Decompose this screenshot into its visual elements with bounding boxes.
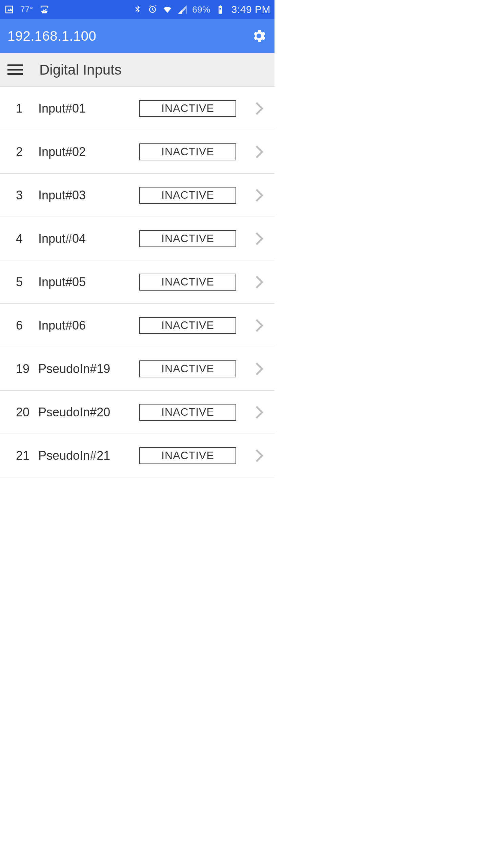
input-row[interactable]: 21 PseudoIn#21 INACTIVE bbox=[0, 434, 274, 477]
chevron-right-icon bbox=[255, 145, 266, 159]
section-title: Digital Inputs bbox=[39, 62, 122, 78]
row-status: INACTIVE bbox=[139, 404, 236, 421]
row-status: INACTIVE bbox=[139, 447, 236, 464]
chevron-right-icon bbox=[255, 449, 266, 463]
row-name: PseudoIn#20 bbox=[38, 405, 139, 419]
hamburger-icon bbox=[7, 64, 23, 66]
row-number: 21 bbox=[16, 449, 38, 463]
row-name: Input#05 bbox=[38, 275, 139, 289]
input-row[interactable]: 2 Input#02 INACTIVE bbox=[0, 130, 274, 174]
row-name: Input#06 bbox=[38, 318, 139, 333]
row-status: INACTIVE bbox=[139, 143, 236, 160]
alarm-icon bbox=[147, 4, 158, 15]
row-number: 5 bbox=[16, 275, 38, 289]
row-name: Input#01 bbox=[38, 101, 139, 116]
gear-icon bbox=[251, 28, 267, 44]
image-icon bbox=[4, 4, 14, 15]
row-status: INACTIVE bbox=[139, 100, 236, 117]
row-status: INACTIVE bbox=[139, 317, 236, 334]
input-row[interactable]: 20 PseudoIn#20 INACTIVE bbox=[0, 391, 274, 434]
row-number: 19 bbox=[16, 362, 38, 376]
status-bar: 77° 69% 3:49 PM bbox=[0, 0, 274, 19]
clock-time: 3:49 PM bbox=[231, 4, 270, 15]
row-status: INACTIVE bbox=[139, 274, 236, 291]
row-name: Input#03 bbox=[38, 188, 139, 202]
row-name: PseudoIn#21 bbox=[38, 449, 139, 463]
input-list: 1 Input#01 INACTIVE 2 Input#02 INACTIVE … bbox=[0, 87, 274, 477]
temperature-value: 77° bbox=[20, 5, 33, 14]
input-row[interactable]: 19 PseudoIn#19 INACTIVE bbox=[0, 347, 274, 391]
input-row[interactable]: 1 Input#01 INACTIVE bbox=[0, 87, 274, 130]
chevron-right-icon bbox=[255, 232, 266, 246]
row-number: 6 bbox=[16, 318, 38, 333]
chevron-right-icon bbox=[255, 318, 266, 333]
row-number: 2 bbox=[16, 145, 38, 159]
wifi-icon bbox=[162, 4, 172, 15]
row-name: Input#04 bbox=[38, 232, 139, 246]
app-bar: 192.168.1.100 bbox=[0, 19, 274, 53]
row-status: INACTIVE bbox=[139, 230, 236, 247]
row-status: INACTIVE bbox=[139, 187, 236, 204]
input-row[interactable]: 5 Input#05 INACTIVE bbox=[0, 260, 274, 304]
input-row[interactable]: 3 Input#03 INACTIVE bbox=[0, 174, 274, 217]
row-number: 1 bbox=[16, 101, 38, 116]
section-bar: Digital Inputs bbox=[0, 53, 274, 87]
input-row[interactable]: 6 Input#06 INACTIVE bbox=[0, 304, 274, 347]
battery-icon bbox=[215, 4, 225, 15]
menu-button[interactable] bbox=[7, 64, 23, 75]
download-done-icon bbox=[39, 4, 49, 15]
signal-icon bbox=[177, 4, 187, 15]
battery-percent: 69% bbox=[192, 4, 210, 15]
chevron-right-icon bbox=[255, 405, 266, 419]
row-number: 3 bbox=[16, 188, 38, 202]
chevron-right-icon bbox=[255, 188, 266, 202]
bluetooth-icon bbox=[133, 4, 143, 15]
app-title: 192.168.1.100 bbox=[7, 28, 96, 44]
chevron-right-icon bbox=[255, 362, 266, 376]
row-name: PseudoIn#19 bbox=[38, 362, 139, 376]
row-number: 4 bbox=[16, 232, 38, 246]
chevron-right-icon bbox=[255, 101, 266, 116]
row-number: 20 bbox=[16, 405, 38, 419]
settings-button[interactable] bbox=[251, 28, 267, 44]
row-status: INACTIVE bbox=[139, 360, 236, 377]
chevron-right-icon bbox=[255, 275, 266, 289]
row-name: Input#02 bbox=[38, 145, 139, 159]
input-row[interactable]: 4 Input#04 INACTIVE bbox=[0, 217, 274, 260]
